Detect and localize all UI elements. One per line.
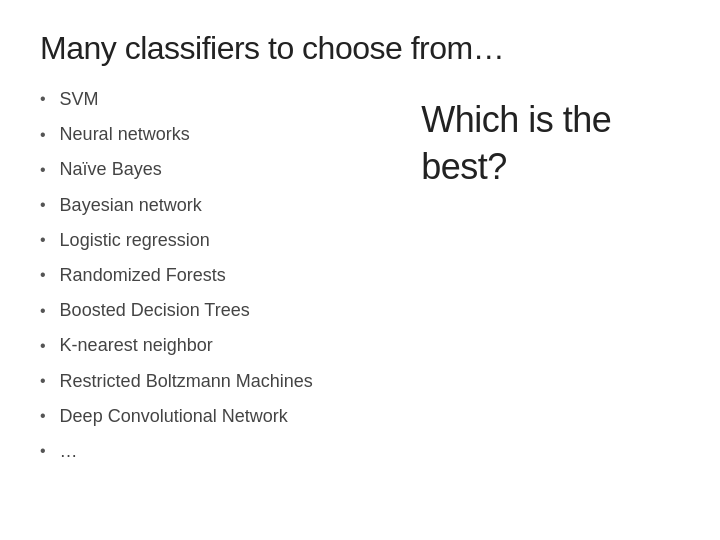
bullet-list: SVM Neural networks Naïve Bayes Bayesian… xyxy=(40,87,313,474)
list-item: Randomized Forests xyxy=(40,263,313,288)
slide: Many classifiers to choose from… SVM Neu… xyxy=(0,0,720,540)
list-item: Boosted Decision Trees xyxy=(40,298,313,323)
list-item: Deep Convolutional Network xyxy=(40,404,313,429)
content-area: SVM Neural networks Naïve Bayes Bayesian… xyxy=(40,87,680,474)
list-item: SVM xyxy=(40,87,313,112)
list-item: Logistic regression xyxy=(40,228,313,253)
which-is-best-text: Which is the best? xyxy=(421,97,611,191)
list-item: Restricted Boltzmann Machines xyxy=(40,369,313,394)
slide-title: Many classifiers to choose from… xyxy=(40,30,680,67)
list-item: Neural networks xyxy=(40,122,313,147)
list-item: Bayesian network xyxy=(40,193,313,218)
list-item: Naïve Bayes xyxy=(40,157,313,182)
list-item: K-nearest neighbor xyxy=(40,333,313,358)
right-panel: Which is the best? xyxy=(313,87,680,191)
list-item: … xyxy=(40,439,313,464)
